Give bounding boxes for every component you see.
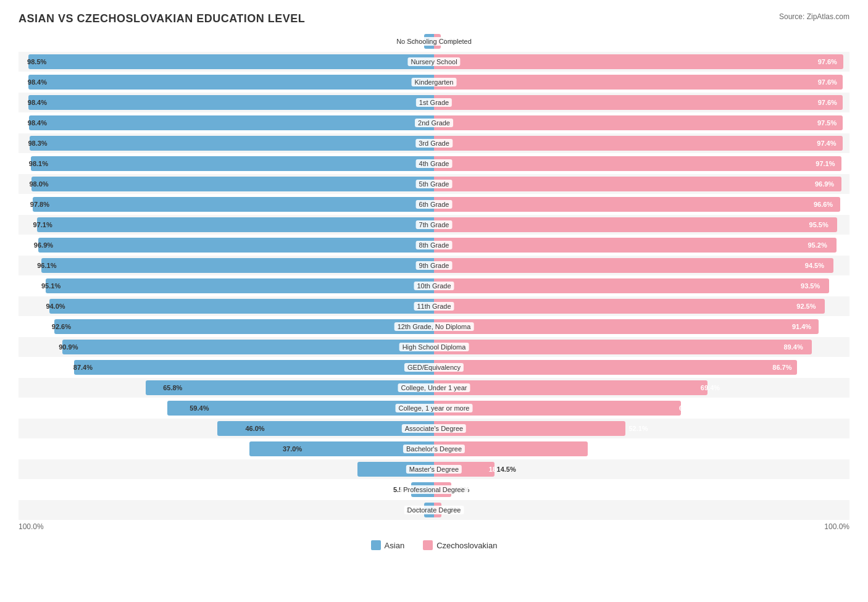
chart-row: 8th Grade 95.2% 96.9% (19, 235, 849, 255)
row-label: 5th Grade (416, 180, 453, 188)
row-label: High School Diploma (399, 343, 469, 351)
value-asian: 97.1% (816, 160, 835, 167)
bar-czech (434, 217, 837, 232)
row-label: 6th Grade (416, 200, 453, 209)
chart-row: 10th Grade 93.5% 95.1% (19, 276, 849, 296)
legend: Asian Czechoslovakian (19, 540, 849, 550)
value-asian: 86.7% (772, 364, 791, 371)
row-label: 7th Grade (416, 220, 453, 229)
bar-asian (74, 360, 434, 375)
chart-container: ASIAN VS CZECHOSLOVAKIAN EDUCATION LEVEL… (0, 0, 868, 587)
bar-asian (33, 197, 434, 212)
row-label: 11th Grade (414, 302, 454, 311)
value-czech: 90.9% (59, 343, 78, 351)
chart-row: 5th Grade 96.9% 98.0% (19, 174, 849, 194)
bar-czech (434, 54, 843, 69)
value-czech: 98.4% (28, 99, 47, 106)
bar-asian (28, 75, 434, 90)
row-label: 3rd Grade (415, 139, 453, 148)
bar-asian (30, 136, 435, 151)
legend-asian-box (371, 540, 381, 550)
value-asian: 95.5% (809, 221, 828, 228)
bar-asian (37, 217, 434, 232)
row-label: Nursery School (407, 57, 460, 66)
value-czech: 46.0% (245, 425, 264, 432)
bar-czech (434, 238, 837, 253)
bar-asian (54, 319, 434, 334)
value-asian: 91.4% (792, 323, 811, 330)
axis-left: 100.0% (19, 522, 44, 531)
row-label: 10th Grade (414, 282, 454, 290)
chart-row: College, Under 1 year 69.4% 65.8% (19, 378, 849, 398)
value-asian: 92.5% (796, 303, 816, 310)
value-asian: 95.2% (808, 241, 827, 249)
bar-asian (28, 95, 434, 110)
value-czech: 95.1% (41, 282, 61, 290)
bar-asian (62, 340, 434, 354)
value-czech: 14.5% (497, 466, 516, 473)
bar-czech (434, 340, 812, 354)
chart-area: No Schooling Completed 2.4% 1.6% Nursery… (19, 31, 849, 520)
bar-czech (434, 278, 829, 293)
bar-asian (41, 258, 434, 273)
value-czech: 98.4% (28, 119, 47, 127)
legend-czech-label: Czechoslovakian (436, 541, 497, 550)
chart-row: 9th Grade 94.5% 96.1% (19, 256, 849, 275)
chart-row: No Schooling Completed 2.4% 1.6% (19, 31, 849, 51)
chart-row: 12th Grade, No Diploma 91.4% 92.6% (19, 317, 849, 337)
bar-czech (434, 299, 825, 314)
value-asian: 64.2% (679, 404, 698, 412)
bar-asian (49, 299, 434, 314)
row-label: Doctorate Degree (404, 506, 464, 514)
row-label: 9th Grade (416, 261, 453, 270)
value-czech: 98.1% (29, 160, 48, 167)
legend-asian-label: Asian (385, 541, 405, 550)
chart-row: 7th Grade 95.5% 97.1% (19, 215, 849, 235)
value-czech: 98.3% (28, 140, 47, 147)
value-czech: 87.4% (73, 364, 93, 371)
chart-row: GED/Equivalency 86.7% 87.4% (19, 357, 849, 377)
row-label: 12th Grade, No Diploma (394, 322, 474, 331)
value-asian: 97.6% (818, 58, 837, 65)
value-czech: 65.8% (163, 384, 182, 391)
chart-row: Kindergarten 97.6% 98.4% (19, 72, 849, 92)
row-label: College, 1 year or more (396, 404, 473, 412)
chart-row: Bachelor's Degree 44.4% 37.0% (19, 439, 849, 459)
value-asian: 69.4% (701, 384, 720, 391)
bar-czech (434, 197, 840, 212)
bar-asian (38, 238, 434, 253)
row-label: Associate's Degree (402, 424, 466, 433)
chart-row: 3rd Grade 97.4% 98.3% (19, 133, 849, 153)
row-label: GED/Equivalency (404, 363, 464, 372)
chart-row: Professional Degree 5.5% 4.2% (19, 480, 849, 500)
value-asian: 89.4% (783, 343, 803, 351)
row-label: Bachelor's Degree (403, 445, 465, 453)
chart-row: 6th Grade 96.6% 97.8% (19, 194, 849, 214)
row-label: College, Under 1 year (398, 383, 470, 392)
chart-row: Doctorate Degree 2.4% 1.8% (19, 500, 849, 520)
chart-row: 2nd Grade 97.5% 98.4% (19, 113, 849, 133)
bar-czech (434, 75, 843, 90)
row-label: 4th Grade (416, 159, 453, 168)
value-czech: 59.4% (190, 404, 209, 412)
value-czech: 96.9% (34, 241, 53, 249)
value-asian: 96.9% (815, 180, 834, 188)
bar-asian (29, 115, 434, 130)
value-czech: 97.8% (30, 201, 49, 208)
chart-row: 4th Grade 97.1% 98.1% (19, 154, 849, 173)
chart-row: 11th Grade 92.5% 94.0% (19, 296, 849, 316)
bar-czech (434, 156, 841, 171)
bar-asian (31, 177, 434, 191)
bar-czech (434, 136, 843, 151)
value-czech: 98.5% (27, 58, 46, 65)
value-asian: 97.4% (817, 140, 836, 147)
value-asian: 97.6% (818, 78, 837, 86)
row-label: 2nd Grade (415, 119, 453, 127)
chart-row: Nursery School 97.6% 98.5% (19, 52, 849, 72)
value-asian: 52.1% (628, 425, 648, 432)
bar-asian (146, 380, 434, 395)
value-czech: 96.1% (37, 262, 56, 269)
source-text: Source: ZipAtlas.com (779, 12, 849, 21)
value-czech: 37.0% (283, 445, 302, 453)
row-label: No Schooling Completed (393, 37, 475, 46)
